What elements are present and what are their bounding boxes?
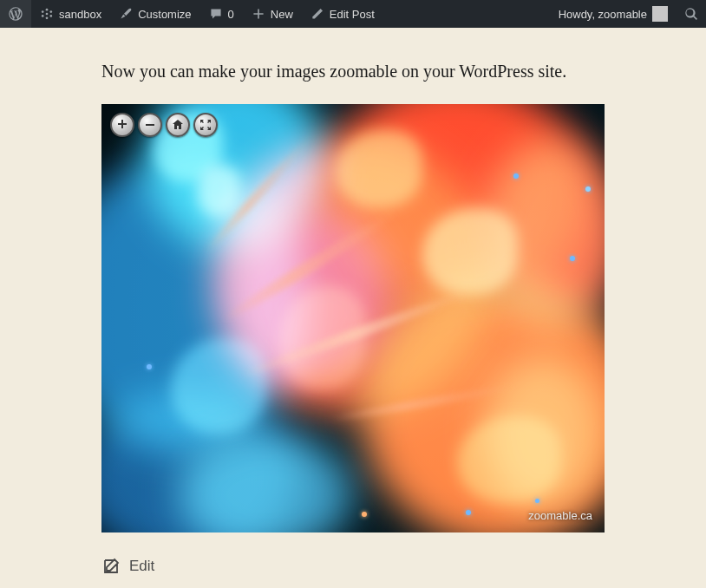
edit-icon [101,557,121,576]
zoomable-viewer[interactable]: zoomable.ca [101,104,605,532]
howdy-label: Howdy, zoomable [559,8,647,21]
edit-post-link[interactable]: Edit Post [302,0,383,28]
site-menu[interactable]: sandbox [31,0,110,28]
brush-icon [119,7,133,21]
svg-point-3 [42,10,44,13]
pencil-icon [311,7,324,21]
image-watermark: zoomable.ca [528,509,592,522]
admin-home-icon [40,7,54,21]
wp-admin-bar: sandbox Customize 0 New Edit Post Howdy,… [0,0,706,28]
svg-rect-7 [146,124,154,126]
viewer-image [101,104,605,532]
search-toggle[interactable] [677,0,706,28]
new-label: New [271,8,293,21]
comment-icon [209,7,223,21]
comments-link[interactable]: 0 [200,0,243,28]
new-content-link[interactable]: New [243,0,302,28]
fullpage-button[interactable] [193,113,218,137]
intro-paragraph: Now you can make your images zoomable on… [101,59,605,83]
wordpress-icon [9,7,23,21]
avatar [652,6,668,22]
search-icon [684,7,698,21]
zoom-in-button[interactable] [110,113,134,137]
edit-post-label: Edit Post [330,8,375,21]
zoom-out-button[interactable] [138,113,162,137]
viewer-toolbar [110,113,218,137]
comments-count: 0 [228,8,234,21]
edit-link[interactable]: Edit [129,558,154,575]
post-edit-row: Edit [101,557,605,576]
page-body: Now you can make your images zoomable on… [0,28,706,576]
home-button[interactable] [166,113,190,137]
wp-logo-menu[interactable] [0,0,31,28]
plus-icon [252,7,265,21]
svg-point-4 [49,10,52,13]
site-name-label: sandbox [59,8,101,21]
svg-point-0 [46,9,49,11]
account-menu[interactable]: Howdy, zoomable [550,0,677,28]
svg-point-2 [46,16,49,19]
customize-label: Customize [138,8,191,21]
svg-point-6 [49,15,52,17]
customize-link[interactable]: Customize [110,0,199,28]
svg-point-5 [42,15,44,17]
svg-point-1 [46,13,49,16]
post-content: Now you can make your images zoomable on… [101,59,605,576]
